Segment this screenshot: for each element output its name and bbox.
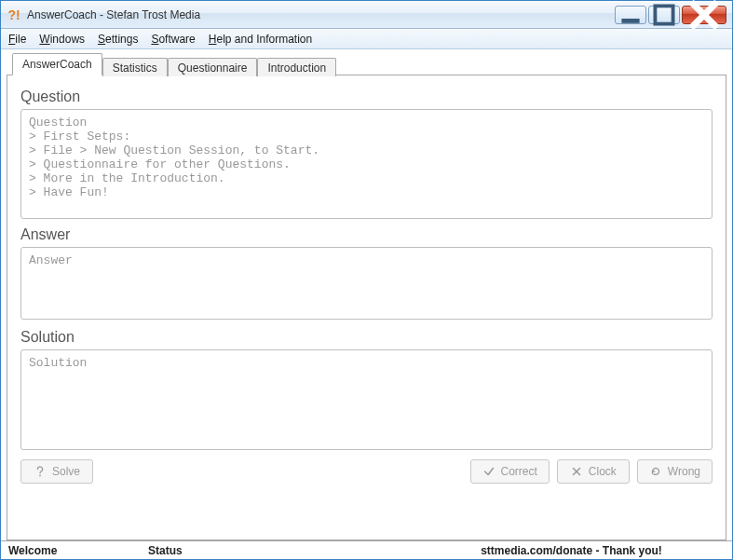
svg-point-4 — [39, 475, 41, 477]
status-welcome: Welcome — [1, 541, 141, 559]
window-controls — [613, 6, 726, 24]
tab-panel-answercoach: Question Question > First Setps: > File … — [7, 75, 726, 540]
solution-label: Solution — [20, 329, 713, 346]
clock-button-label: Clock — [589, 465, 617, 478]
tab-statistics[interactable]: Statistics — [102, 58, 168, 76]
correct-button[interactable]: Correct — [470, 459, 550, 484]
menubar: File Windows Settings Software Help and … — [1, 29, 732, 49]
minimize-button[interactable] — [615, 6, 646, 24]
status-status: Status — [141, 541, 411, 559]
close-button[interactable] — [682, 6, 726, 24]
menu-settings[interactable]: Settings — [98, 33, 138, 46]
maximize-icon — [649, 0, 679, 30]
correct-button-label: Correct — [501, 465, 537, 478]
app-window: ?! AnswerCoach - Stefan Trost Media File… — [0, 0, 733, 560]
menu-help[interactable]: Help and Information — [209, 33, 312, 46]
answer-label: Answer — [20, 226, 713, 243]
question-mark-icon — [34, 465, 47, 478]
button-row: Solve Correct Clock Wrong — [20, 459, 713, 484]
status-donate[interactable]: sttmedia.com/donate - Thank you! — [411, 541, 732, 559]
menu-windows[interactable]: Windows — [39, 33, 85, 46]
question-box[interactable]: Question > First Setps: > File > New Que… — [20, 109, 713, 219]
svg-rect-1 — [655, 6, 672, 23]
x-icon — [570, 465, 583, 478]
menu-file[interactable]: File — [8, 33, 26, 46]
solution-box[interactable]: Solution — [20, 349, 713, 450]
wrong-button-label: Wrong — [668, 465, 700, 478]
spacer — [101, 459, 463, 484]
client-area: AnswerCoach Statistics Questionnaire Int… — [1, 49, 732, 540]
maximize-button[interactable] — [648, 6, 680, 24]
refresh-icon — [649, 465, 662, 478]
wrong-button[interactable]: Wrong — [637, 459, 713, 484]
window-title: AnswerCoach - Stefan Trost Media — [27, 8, 613, 21]
tab-questionnaire[interactable]: Questionnaire — [168, 58, 258, 76]
solve-button-label: Solve — [52, 465, 80, 478]
solve-button[interactable]: Solve — [20, 459, 93, 484]
minimize-icon — [616, 0, 645, 30]
answer-input[interactable]: Answer — [20, 247, 713, 320]
app-icon: ?! — [7, 7, 21, 22]
titlebar[interactable]: ?! AnswerCoach - Stefan Trost Media — [1, 1, 732, 29]
clock-button[interactable]: Clock — [557, 459, 630, 484]
menu-software[interactable]: Software — [151, 33, 195, 46]
tab-answercoach[interactable]: AnswerCoach — [12, 53, 102, 75]
check-icon — [482, 465, 495, 478]
tab-introduction[interactable]: Introduction — [257, 58, 336, 76]
statusbar: Welcome Status sttmedia.com/donate - Tha… — [1, 540, 732, 559]
tabstrip: AnswerCoach Statistics Questionnaire Int… — [12, 53, 726, 75]
question-label: Question — [20, 89, 713, 105]
